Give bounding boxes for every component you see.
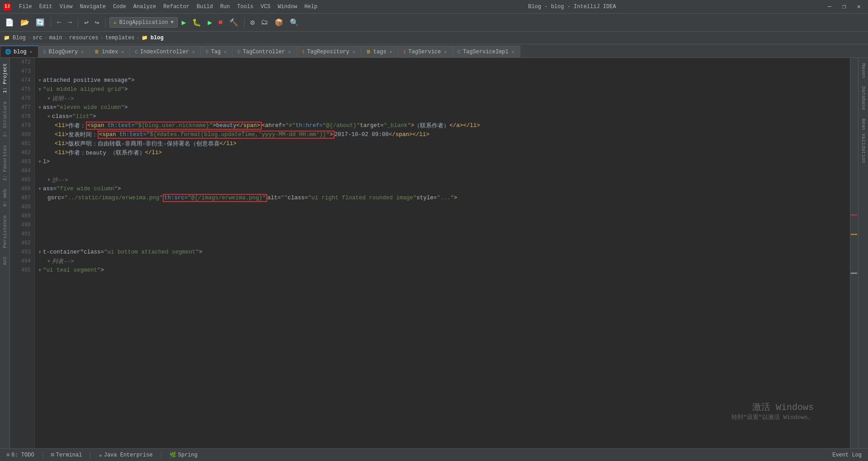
fold-icon-486[interactable]: ▼ xyxy=(38,187,41,192)
tab-blog[interactable]: 🌐 blog ✕ xyxy=(0,46,38,57)
menu-vcs[interactable]: VCS xyxy=(258,3,274,11)
tab-tagrepository[interactable]: I TagRepository ✕ xyxy=(297,46,361,57)
search-button[interactable]: 🔍 xyxy=(288,17,301,28)
menu-help[interactable]: Help xyxy=(302,3,320,11)
menu-view[interactable]: View xyxy=(57,3,75,11)
event-log-button[interactable]: Event Log xyxy=(830,451,864,459)
new-file-button[interactable]: 📄 xyxy=(3,17,16,28)
menu-build[interactable]: Build xyxy=(194,3,216,11)
tab-tag[interactable]: C Tag ✕ xyxy=(201,46,232,57)
menu-analyze[interactable]: Analyze xyxy=(131,3,159,11)
tab-label-tags: tags xyxy=(373,49,387,55)
breadcrumb-sep-4: › xyxy=(100,35,104,41)
sidebar-tab-structure[interactable]: 2: Structure xyxy=(1,98,9,141)
sidebar-tab-persistence[interactable]: Persistence xyxy=(1,212,9,252)
debug-button[interactable]: 🐛 xyxy=(190,17,203,28)
tab-close-tags[interactable]: ✕ xyxy=(389,49,393,55)
sidebar-tab-web[interactable]: 6: Web xyxy=(1,185,9,211)
redo-button[interactable]: ↪ xyxy=(93,17,102,28)
run-coverage-button[interactable]: ▶ xyxy=(205,17,214,28)
fold-icon-476[interactable]: ▼ xyxy=(47,96,50,101)
tab-blogquery[interactable]: C BlogQuery ✕ xyxy=(38,46,90,57)
breadcrumb-sep-5: › xyxy=(137,35,140,41)
fold-icon-478[interactable]: ▼ xyxy=(47,114,50,119)
run-button[interactable]: ▶ xyxy=(179,17,189,28)
stop-button[interactable]: ■ xyxy=(216,17,225,28)
menu-tools[interactable]: Tools xyxy=(235,3,256,11)
breadcrumb-templates[interactable]: templates xyxy=(105,35,135,41)
project-structure-button[interactable]: 🗂 xyxy=(259,17,270,28)
fold-icon-494[interactable]: ▼ xyxy=(47,259,50,264)
tab-index[interactable]: 🗎 index ✕ xyxy=(90,46,130,57)
menu-file[interactable]: File xyxy=(16,3,35,11)
line-num-493: 493 xyxy=(10,248,34,257)
tab-close-tagservice[interactable]: ✕ xyxy=(443,49,448,55)
bottom-tab-todo[interactable]: ≡ 6: TODO xyxy=(4,451,37,459)
fold-icon-475[interactable]: ▼ xyxy=(38,87,41,92)
menu-navigate[interactable]: Navigate xyxy=(77,3,108,11)
tab-close-index[interactable]: ✕ xyxy=(120,49,125,55)
tab-close-blog[interactable]: ✕ xyxy=(29,49,33,55)
breadcrumb-main[interactable]: main xyxy=(49,35,62,41)
sync-button[interactable]: 🔄 xyxy=(33,17,47,28)
tab-close-tagserviceimpl[interactable]: ✕ xyxy=(511,49,515,55)
build-button[interactable]: 🔨 xyxy=(227,17,241,28)
back-button[interactable]: ← xyxy=(55,17,64,28)
tab-icon-blogquery: C xyxy=(43,49,47,55)
fold-icon-474[interactable]: ▼ xyxy=(38,78,41,83)
tab-close-indexcontroller[interactable]: ✕ xyxy=(191,49,196,55)
fold-icon-477[interactable]: ▼ xyxy=(38,105,41,110)
tab-tags[interactable]: 🗎 tags ✕ xyxy=(361,46,398,57)
scrollbar-panel[interactable] xyxy=(850,58,858,448)
run-config-dropdown[interactable]: ☕ BlogApplication ▼ xyxy=(109,17,178,28)
tab-tagcontroller[interactable]: C TagController ✕ xyxy=(232,46,297,57)
sidebar-tab-database[interactable]: Database xyxy=(859,83,868,114)
menu-window[interactable]: Window xyxy=(275,3,300,11)
fold-icon-485[interactable]: ▼ xyxy=(47,178,50,183)
tab-tagserviceimpl[interactable]: C TagServiceImpl ✕ xyxy=(453,46,520,57)
sidebar-tab-project[interactable]: 1: Project xyxy=(1,60,9,97)
sidebar-tab-maven[interactable]: Maven xyxy=(859,60,868,82)
sidebar-tab-bean-validation[interactable]: Bean Validation xyxy=(859,115,868,167)
code-content[interactable]: ▼ attached positive message"> ▼ "ui midd… xyxy=(35,58,850,448)
tab-close-tagrepository[interactable]: ✕ xyxy=(352,49,356,55)
bottom-tab-spring[interactable]: 🌿 Spring xyxy=(167,451,200,459)
bottom-tab-terminal[interactable]: ⊡ Terminal xyxy=(48,451,85,459)
breadcrumb-blog-active[interactable]: blog xyxy=(151,35,164,41)
forward-button[interactable]: → xyxy=(66,17,75,28)
fold-icon-495[interactable]: ▼ xyxy=(38,268,41,273)
tab-tagservice[interactable]: I TagService ✕ xyxy=(398,46,453,57)
fold-icon-493[interactable]: ▼ xyxy=(38,250,41,255)
menu-run[interactable]: Run xyxy=(217,3,233,11)
sidebar-tab-favorites[interactable]: 2: Favorites xyxy=(1,141,9,184)
bottom-tab-java-enterprise[interactable]: ☕ Java Enterprise xyxy=(96,451,155,459)
menu-code[interactable]: Code xyxy=(110,3,129,11)
settings-button[interactable]: ⚙ xyxy=(248,17,257,28)
code-line-491 xyxy=(38,230,846,239)
tab-label-index: index xyxy=(102,49,118,55)
close-button[interactable]: ✕ xyxy=(854,2,864,11)
menu-edit[interactable]: Edit xyxy=(37,3,55,11)
breadcrumb-resources[interactable]: resources xyxy=(69,35,99,41)
breadcrumb-blog[interactable]: Blog xyxy=(13,35,26,41)
undo-button[interactable]: ↩ xyxy=(82,17,91,28)
tab-close-tag[interactable]: ✕ xyxy=(223,49,227,55)
scrollbar-mark-warning xyxy=(851,234,857,235)
tab-close-tagcontroller[interactable]: ✕ xyxy=(288,49,292,55)
open-button[interactable]: 📂 xyxy=(18,17,32,28)
minimize-button[interactable]: — xyxy=(824,2,835,11)
sdk-button[interactable]: 📦 xyxy=(272,17,286,28)
code-wrapper: G 🦊 S O e e 472 473 474 475 476 477 478 … xyxy=(10,58,858,448)
tab-close-blogquery[interactable]: ✕ xyxy=(80,49,85,55)
code-line-475: ▼ "ui middle aligned grid"> xyxy=(38,85,846,94)
sidebar-tab-ant[interactable]: Ant xyxy=(1,253,9,269)
win-activate-line2: 转到"设置"以激活 Windows。 xyxy=(731,413,814,421)
event-log-label: Event Log xyxy=(832,452,862,458)
menu-refactor[interactable]: Refactor xyxy=(160,3,192,11)
maximize-button[interactable]: ❐ xyxy=(839,2,849,11)
tab-indexcontroller[interactable]: C IndexController ✕ xyxy=(130,46,201,57)
code-line-483: ▼ l> xyxy=(38,157,846,166)
fold-icon-483[interactable]: ▼ xyxy=(38,160,41,165)
tab-icon-tagcontroller: C xyxy=(237,49,241,55)
breadcrumb-src[interactable]: src xyxy=(33,35,42,41)
